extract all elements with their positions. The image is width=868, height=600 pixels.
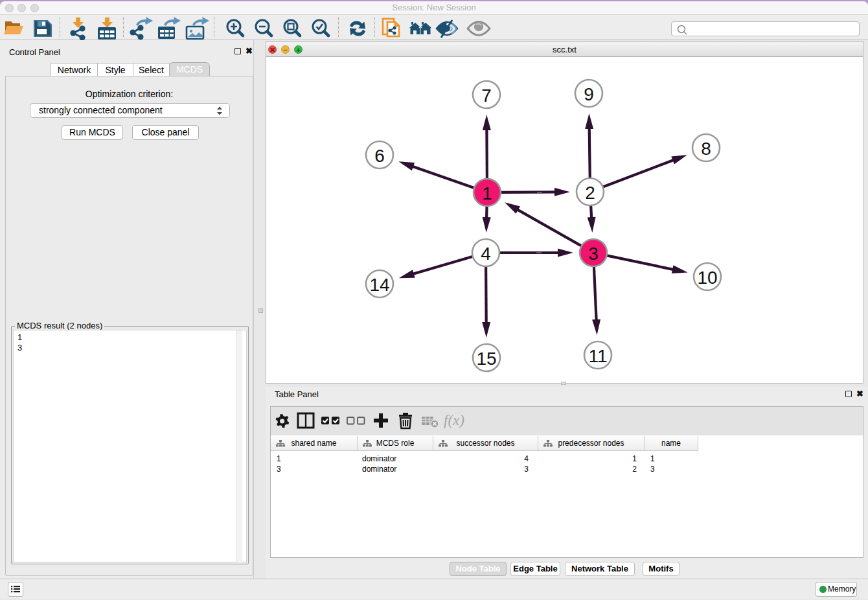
svg-text:2: 2 (585, 183, 595, 203)
svg-text:4: 4 (481, 244, 491, 264)
svg-text:7: 7 (481, 86, 492, 106)
svg-text:14: 14 (369, 275, 389, 295)
svg-text:6: 6 (374, 146, 385, 166)
svg-text:9: 9 (584, 84, 594, 104)
svg-text:3: 3 (588, 244, 599, 264)
svg-text:11: 11 (588, 346, 607, 366)
svg-text:8: 8 (701, 139, 711, 159)
svg-text:15: 15 (476, 349, 496, 369)
svg-text:1: 1 (482, 183, 492, 203)
svg-text:10: 10 (697, 268, 717, 288)
